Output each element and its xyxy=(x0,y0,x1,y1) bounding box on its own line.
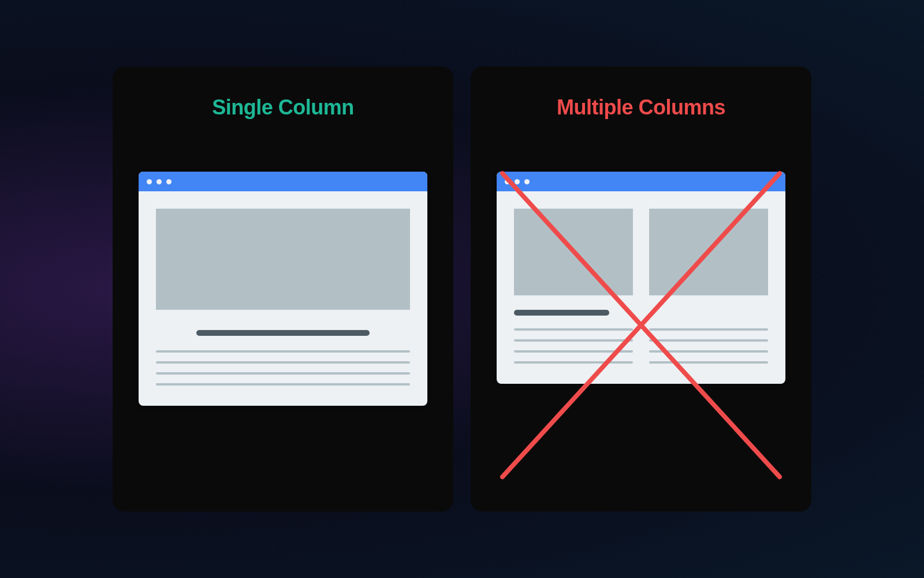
window-dot-icon xyxy=(515,179,520,184)
text-line-placeholder xyxy=(514,350,633,353)
text-line-placeholder xyxy=(156,372,410,375)
browser-mock-single xyxy=(139,172,427,406)
text-line-placeholder xyxy=(649,328,768,331)
text-line-placeholder xyxy=(649,339,768,342)
browser-mock-multiple xyxy=(497,172,785,384)
window-dot-icon xyxy=(157,179,162,184)
text-line-placeholder xyxy=(649,361,768,364)
window-dot-icon xyxy=(505,179,510,184)
window-dot-icon xyxy=(524,179,530,184)
browser-titlebar xyxy=(497,172,785,191)
card-title-multiple: Multiple Columns xyxy=(557,95,725,120)
browser-content xyxy=(497,191,785,384)
window-dot-icon xyxy=(147,179,152,184)
heading-placeholder-empty xyxy=(649,310,744,316)
hero-block xyxy=(514,209,633,295)
heading-placeholder xyxy=(196,330,370,336)
two-column-row xyxy=(514,209,768,364)
card-multiple-columns: Multiple Columns xyxy=(471,66,811,512)
browser-titlebar xyxy=(139,172,427,191)
hero-block xyxy=(649,209,768,295)
window-dot-icon xyxy=(166,179,172,184)
text-line-placeholder xyxy=(156,361,410,364)
text-line-placeholder xyxy=(514,361,633,364)
heading-placeholder xyxy=(514,310,609,316)
card-title-single: Single Column xyxy=(212,95,354,120)
text-line-placeholder xyxy=(156,383,410,386)
text-line-placeholder xyxy=(514,339,633,342)
text-line-placeholder xyxy=(156,350,410,353)
column-right xyxy=(649,209,768,364)
card-single-column: Single Column xyxy=(113,66,453,512)
browser-content xyxy=(139,191,427,406)
text-line-placeholder xyxy=(514,328,633,331)
text-line-placeholder xyxy=(649,350,768,353)
hero-block xyxy=(156,209,410,310)
column-left xyxy=(514,209,633,364)
